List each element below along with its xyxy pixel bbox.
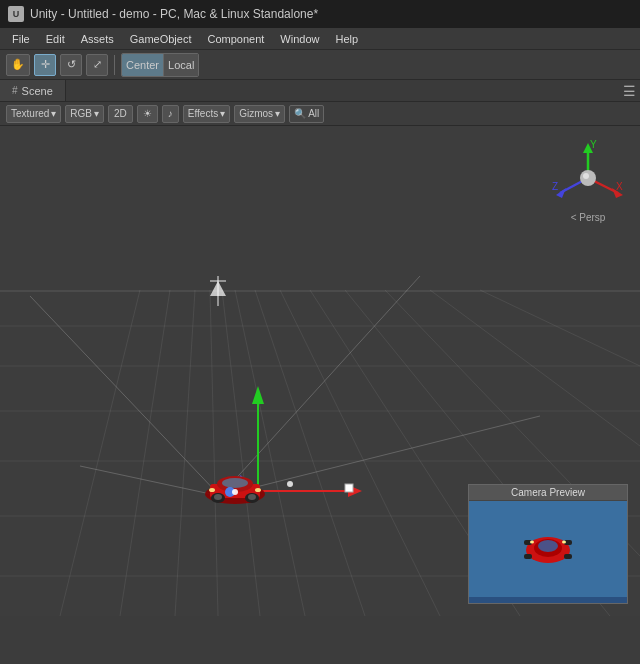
camera-preview: Camera Preview — [468, 484, 628, 604]
scene-tab[interactable]: # Scene — [0, 80, 66, 101]
audio-button[interactable]: ♪ — [162, 105, 179, 123]
window-title: Unity - Untitled - demo - PC, Mac & Linu… — [30, 7, 318, 21]
search-icon: 🔍 — [294, 108, 306, 119]
scene-view[interactable]: Y X Z < Persp Camera Preview — [0, 126, 640, 616]
orientation-gizmo[interactable]: Y X Z < Persp — [548, 138, 628, 218]
effects-label: Effects — [188, 108, 218, 119]
svg-line-11 — [255, 290, 365, 616]
svg-point-43 — [209, 488, 215, 492]
svg-line-10 — [235, 290, 305, 616]
svg-point-60 — [538, 540, 558, 552]
tab-options: ☰ — [623, 80, 640, 101]
rotate-tool-button[interactable]: ↺ — [60, 54, 82, 76]
svg-rect-63 — [524, 554, 532, 559]
title-bar: U Unity - Untitled - demo - PC, Mac & Li… — [0, 0, 640, 28]
local-button[interactable]: Local — [164, 54, 198, 76]
move-tool-button[interactable]: ✛ — [34, 54, 56, 76]
svg-point-44 — [255, 488, 261, 492]
tab-menu-icon[interactable]: ☰ — [623, 83, 636, 99]
scene-tab-icon: # — [12, 85, 18, 96]
svg-point-42 — [248, 494, 256, 500]
svg-point-38 — [222, 478, 248, 488]
menu-bar: File Edit Assets GameObject Component Wi… — [0, 28, 640, 50]
svg-line-8 — [210, 290, 218, 616]
scene-tab-label: Scene — [22, 85, 53, 97]
menu-assets[interactable]: Assets — [73, 31, 122, 47]
scene-toolbar: Textured ▾ RGB ▾ 2D ☀ ♪ Effects ▾ Gizmos… — [0, 102, 640, 126]
menu-gameobject[interactable]: GameObject — [122, 31, 200, 47]
svg-point-46 — [232, 489, 238, 495]
search-box[interactable]: 🔍 All — [289, 105, 324, 123]
svg-point-57 — [583, 173, 589, 179]
search-text: All — [308, 108, 319, 119]
svg-line-1 — [220, 276, 420, 496]
svg-point-66 — [562, 541, 566, 544]
pivot-group: Center Local — [121, 53, 199, 77]
svg-line-16 — [430, 290, 640, 446]
menu-window[interactable]: Window — [272, 31, 327, 47]
gizmos-chevron: ▾ — [275, 108, 280, 119]
menu-file[interactable]: File — [4, 31, 38, 47]
menu-component[interactable]: Component — [199, 31, 272, 47]
svg-line-9 — [222, 290, 260, 616]
colorspace-dropdown[interactable]: RGB ▾ — [65, 105, 104, 123]
menu-edit[interactable]: Edit — [38, 31, 73, 47]
svg-rect-32 — [345, 484, 353, 492]
menu-help[interactable]: Help — [327, 31, 366, 47]
shading-dropdown[interactable]: Textured ▾ — [6, 105, 61, 123]
car-scene — [200, 464, 270, 509]
svg-rect-64 — [564, 554, 572, 559]
camera-preview-title: Camera Preview — [469, 485, 627, 501]
effects-dropdown[interactable]: Effects ▾ — [183, 105, 230, 123]
gizmos-dropdown[interactable]: Gizmos ▾ — [234, 105, 285, 123]
colorspace-chevron: ▾ — [94, 108, 99, 119]
svg-point-41 — [214, 494, 222, 500]
unity-icon: U — [8, 6, 24, 22]
main-toolbar: ✋ ✛ ↺ ⤢ Center Local — [0, 50, 640, 80]
svg-point-34 — [287, 481, 293, 487]
colorspace-label: RGB — [70, 108, 92, 119]
gizmos-label: Gizmos — [239, 108, 273, 119]
svg-text:X: X — [616, 181, 623, 192]
scale-tool-button[interactable]: ⤢ — [86, 54, 108, 76]
shading-chevron: ▾ — [51, 108, 56, 119]
svg-text:Z: Z — [552, 181, 558, 192]
svg-text:Y: Y — [590, 139, 597, 150]
toolbar-separator — [114, 55, 115, 75]
tab-bar: # Scene ☰ — [0, 80, 640, 102]
lighting-button[interactable]: ☀ — [137, 105, 158, 123]
2d-button[interactable]: 2D — [108, 105, 133, 123]
camera-preview-content — [469, 501, 627, 597]
shading-label: Textured — [11, 108, 49, 119]
svg-point-65 — [530, 541, 534, 544]
svg-line-3 — [80, 466, 220, 496]
svg-line-12 — [280, 290, 440, 616]
center-button[interactable]: Center — [122, 54, 164, 76]
effects-chevron: ▾ — [220, 108, 225, 119]
svg-line-7 — [175, 290, 195, 616]
hand-tool-button[interactable]: ✋ — [6, 54, 30, 76]
svg-line-17 — [480, 290, 640, 366]
car-preview-svg — [520, 528, 576, 570]
svg-marker-28 — [252, 386, 264, 404]
